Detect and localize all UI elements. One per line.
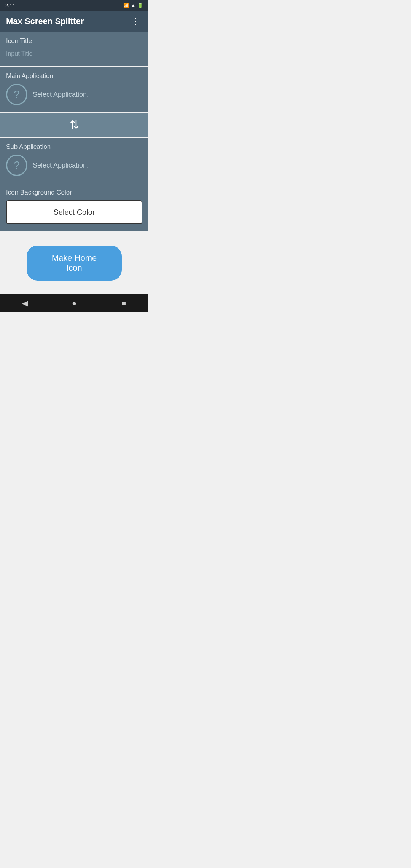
main-app-label: Main Application [6, 72, 142, 80]
button-area: Make Home Icon [0, 232, 148, 294]
icon-title-label: Icon Title [6, 37, 142, 45]
more-options-button[interactable]: ⋮ [129, 14, 142, 28]
sub-app-question-icon: ? [14, 160, 20, 171]
main-app-question-icon: ? [14, 89, 20, 100]
back-button[interactable]: ◀ [13, 295, 36, 311]
make-home-icon-button[interactable]: Make Home Icon [27, 246, 122, 281]
status-icons: 📶 ▲ 🔋 [123, 3, 143, 8]
app-title: Max Screen Splitter [6, 16, 84, 26]
swap-section[interactable]: ⇅ [0, 113, 148, 137]
battery-icon: 🔋 [137, 3, 143, 8]
color-section: Icon Background Color Select Color [0, 183, 148, 231]
status-time: 2:14 [5, 3, 15, 8]
sub-app-select-text: Select Application. [33, 161, 89, 169]
home-button[interactable]: ● [63, 295, 86, 311]
select-color-button[interactable]: Select Color [6, 200, 142, 224]
main-app-selector[interactable]: ? Select Application. [6, 84, 142, 105]
wifi-icon: 📶 [123, 3, 129, 8]
toolbar: Max Screen Splitter ⋮ [0, 11, 148, 32]
main-app-section: Main Application ? Select Application. [0, 67, 148, 112]
swap-icon: ⇅ [70, 119, 79, 131]
sub-app-label: Sub Application [6, 143, 142, 151]
main-app-icon-circle: ? [6, 84, 27, 105]
sub-app-selector[interactable]: ? Select Application. [6, 155, 142, 176]
content-area: Icon Title Main Application ? Select App… [0, 32, 148, 294]
icon-title-section: Icon Title [0, 32, 148, 66]
bottom-nav: ◀ ● ■ [0, 294, 148, 312]
icon-title-input[interactable] [6, 49, 142, 59]
color-section-label: Icon Background Color [6, 189, 142, 196]
recents-button[interactable]: ■ [112, 295, 135, 311]
sub-app-section: Sub Application ? Select Application. [0, 138, 148, 183]
status-bar: 2:14 📶 ▲ 🔋 [0, 0, 148, 11]
signal-icon: ▲ [131, 3, 135, 8]
main-app-select-text: Select Application. [33, 91, 89, 99]
sub-app-icon-circle: ? [6, 155, 27, 176]
